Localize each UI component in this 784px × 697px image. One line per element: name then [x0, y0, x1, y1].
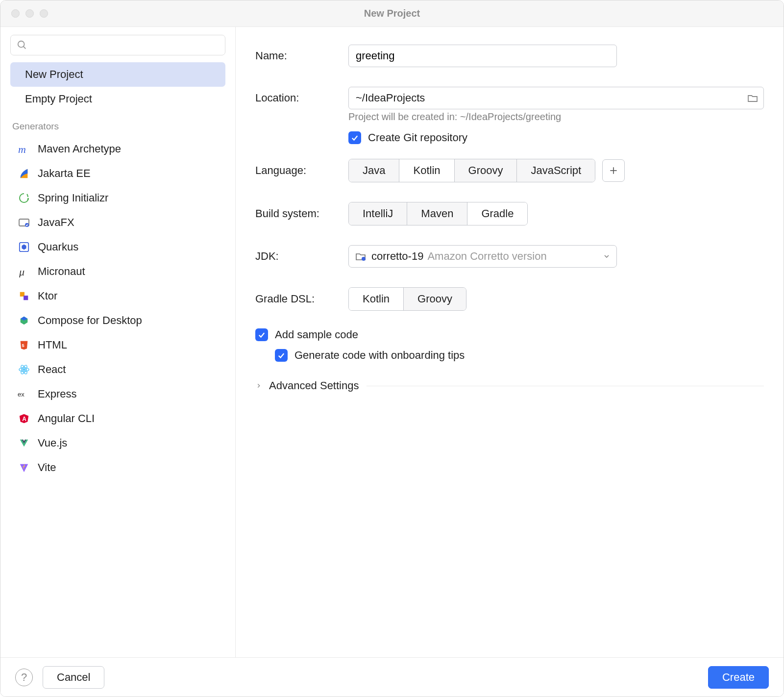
- sidebar-item-jakarta-ee[interactable]: Jakarta EE: [10, 161, 225, 186]
- build-maven[interactable]: Maven: [407, 202, 467, 225]
- sidebar-item-maven-archetype[interactable]: m Maven Archetype: [10, 137, 225, 161]
- spring-icon: [17, 192, 31, 204]
- svg-text:A: A: [22, 416, 26, 423]
- lang-groovy[interactable]: Groovy: [455, 159, 517, 182]
- jdk-name: corretto-19: [371, 250, 423, 263]
- sidebar-section-generators: Generators: [10, 111, 225, 137]
- sidebar-item-quarkus[interactable]: Quarkus: [10, 235, 225, 259]
- help-button[interactable]: ?: [15, 669, 33, 686]
- svg-text:m: m: [18, 143, 26, 155]
- sidebar-item-label: Empty Project: [25, 93, 92, 105]
- svg-point-20: [362, 257, 366, 261]
- chevron-right-icon: [255, 382, 262, 389]
- sidebar-item-empty-project[interactable]: Empty Project: [10, 87, 225, 111]
- sidebar-item-vuejs[interactable]: Vue.js: [10, 431, 225, 455]
- create-button[interactable]: Create: [708, 666, 769, 689]
- sidebar-item-html[interactable]: 5 HTML: [10, 333, 225, 357]
- search-icon: [17, 40, 27, 50]
- dsl-kotlin[interactable]: Kotlin: [349, 288, 404, 310]
- jdk-selector[interactable]: corretto-19 Amazon Corretto version: [348, 245, 617, 268]
- sidebar-item-label: Ktor: [38, 290, 57, 302]
- name-field[interactable]: [348, 45, 617, 67]
- sidebar-item-react[interactable]: React: [10, 357, 225, 382]
- sidebar-item-label: New Project: [25, 68, 83, 81]
- angular-icon: A: [17, 413, 31, 424]
- sidebar-item-vite[interactable]: Vite: [10, 455, 225, 480]
- location-value: ~/IdeaProjects: [356, 92, 425, 104]
- sidebar-item-javafx[interactable]: JavaFX: [10, 210, 225, 235]
- language-label: Language:: [255, 164, 348, 177]
- add-language-button[interactable]: [602, 159, 625, 182]
- build-intellij[interactable]: IntelliJ: [349, 202, 407, 225]
- maven-icon: m: [17, 143, 31, 155]
- cancel-button[interactable]: Cancel: [43, 666, 104, 689]
- sidebar-item-label: Compose for Desktop: [38, 314, 142, 327]
- jdk-desc: Amazon Corretto version: [427, 250, 599, 263]
- browse-folder-icon[interactable]: [747, 92, 759, 104]
- build-gradle[interactable]: Gradle: [467, 202, 527, 225]
- language-selector: Java Kotlin Groovy JavaScript: [348, 159, 595, 182]
- sidebar-item-label: Express: [38, 388, 76, 400]
- sample-code-label: Add sample code: [275, 328, 358, 341]
- svg-text:5: 5: [22, 343, 24, 348]
- compose-icon: [17, 315, 31, 326]
- gradle-dsl-label: Gradle DSL:: [255, 293, 348, 305]
- vite-icon: [17, 462, 31, 473]
- javafx-icon: [17, 217, 31, 228]
- location-field[interactable]: ~/IdeaProjects: [348, 87, 764, 109]
- sidebar-item-express[interactable]: ex Express: [10, 382, 225, 406]
- location-hint: Project will be created in: ~/IdeaProjec…: [348, 111, 764, 123]
- gradle-dsl-selector: Kotlin Groovy: [348, 287, 466, 311]
- sidebar-item-label: JavaFX: [38, 216, 74, 229]
- git-checkbox[interactable]: [348, 131, 361, 144]
- sidebar-item-ktor[interactable]: Ktor: [10, 284, 225, 308]
- react-icon: [17, 364, 31, 375]
- sidebar-item-new-project[interactable]: New Project: [10, 62, 225, 87]
- location-label: Location:: [255, 92, 348, 104]
- search-input[interactable]: [10, 35, 225, 55]
- sidebar-item-angular-cli[interactable]: A Angular CLI: [10, 406, 225, 431]
- sidebar-item-label: Vue.js: [38, 437, 67, 449]
- dialog-title: New Project: [0, 8, 784, 19]
- lang-java[interactable]: Java: [349, 159, 399, 182]
- lang-javascript[interactable]: JavaScript: [517, 159, 595, 182]
- svg-line-1: [24, 47, 26, 49]
- sidebar-item-micronaut[interactable]: μ Micronaut: [10, 259, 225, 284]
- advanced-settings-toggle[interactable]: Advanced Settings: [255, 376, 764, 392]
- svg-text:μ: μ: [19, 266, 24, 277]
- jakarta-icon: [17, 168, 31, 179]
- onboarding-tips-checkbox[interactable]: [275, 349, 288, 362]
- chevron-down-icon: [603, 252, 611, 260]
- form-panel: Name: Location: ~/IdeaProjects Project w…: [236, 27, 784, 657]
- sidebar-item-label: Spring Initializr: [38, 192, 108, 204]
- build-system-label: Build system:: [255, 207, 348, 220]
- divider: [367, 386, 764, 386]
- vue-icon: [17, 438, 31, 448]
- sample-code-checkbox[interactable]: [255, 328, 268, 341]
- sidebar-item-label: React: [38, 363, 66, 376]
- ktor-icon: [17, 291, 31, 301]
- sidebar-item-label: Maven Archetype: [38, 143, 121, 155]
- svg-point-3: [27, 199, 29, 200]
- build-system-selector: IntelliJ Maven Gradle: [348, 202, 528, 225]
- svg-point-0: [18, 41, 24, 48]
- svg-text:ex: ex: [18, 391, 24, 398]
- svg-point-12: [23, 369, 25, 371]
- name-label: Name:: [255, 50, 348, 62]
- sidebar-item-label: Quarkus: [38, 241, 78, 253]
- titlebar: New Project: [0, 0, 784, 27]
- sidebar-item-label: Angular CLI: [38, 412, 95, 425]
- dsl-groovy[interactable]: Groovy: [404, 288, 466, 310]
- lang-kotlin[interactable]: Kotlin: [399, 159, 454, 182]
- sidebar-item-compose-desktop[interactable]: Compose for Desktop: [10, 308, 225, 333]
- jdk-folder-icon: [355, 250, 367, 262]
- dialog-body: New Project Empty Project Generators m M…: [0, 27, 784, 657]
- advanced-settings-label: Advanced Settings: [269, 379, 359, 392]
- sidebar-item-spring-initializr[interactable]: Spring Initializr: [10, 186, 225, 210]
- quarkus-icon: [17, 242, 31, 252]
- jdk-label: JDK:: [255, 250, 348, 263]
- onboarding-tips-label: Generate code with onboarding tips: [294, 349, 465, 362]
- html-icon: 5: [17, 340, 31, 350]
- sidebar-item-label: Vite: [38, 461, 56, 474]
- sidebar: New Project Empty Project Generators m M…: [0, 27, 236, 657]
